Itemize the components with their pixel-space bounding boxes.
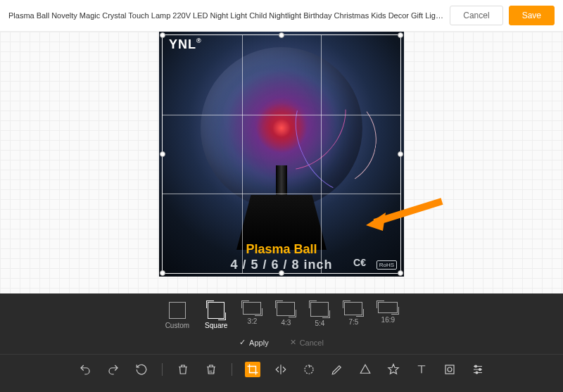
- ratio-3-2[interactable]: 3:2: [243, 302, 261, 329]
- aspect-ratio-row: Custom Square 3:2 4:3 5:4 7:5 16:9: [0, 293, 563, 334]
- product-title: Plasma Ball Novelty Magic Crystal Touch …: [8, 11, 444, 20]
- crop-handle-e[interactable]: [398, 151, 403, 157]
- crop-handle-sw[interactable]: [160, 270, 165, 276]
- crop-handle-s[interactable]: [279, 270, 284, 276]
- svg-point-5: [479, 369, 481, 371]
- crop-handle-n[interactable]: [279, 32, 284, 38]
- reset-button[interactable]: [134, 362, 149, 377]
- redo-button[interactable]: [106, 362, 121, 377]
- crop-handle-se[interactable]: [398, 270, 403, 276]
- divider: [232, 363, 232, 376]
- crop-handle-nw[interactable]: [160, 32, 165, 38]
- svg-point-1: [305, 365, 313, 374]
- svg-rect-2: [445, 365, 454, 374]
- svg-point-6: [476, 372, 478, 374]
- rotate-tool[interactable]: [301, 362, 317, 377]
- filter-tool[interactable]: [470, 362, 486, 377]
- editor-toolbar: Custom Square 3:2 4:3 5:4 7:5 16:9 ✓Appl…: [0, 293, 563, 392]
- ratio-custom[interactable]: Custom: [165, 302, 189, 329]
- ratio-4-3[interactable]: 4:3: [277, 302, 295, 329]
- crop-rectangle[interactable]: [162, 34, 401, 274]
- icon-tool[interactable]: [386, 362, 401, 377]
- check-icon: ✓: [239, 338, 246, 347]
- crop-tool[interactable]: [245, 362, 260, 377]
- ratio-5-4[interactable]: 5:4: [310, 302, 329, 329]
- crop-handle-ne[interactable]: [398, 32, 403, 38]
- svg-point-3: [448, 367, 452, 372]
- x-icon: ✕: [290, 338, 296, 347]
- delete-button[interactable]: [175, 362, 191, 377]
- header: Plasma Ball Novelty Magic Crystal Touch …: [0, 0, 563, 32]
- tool-row: ALL: [0, 354, 563, 384]
- ratio-16-9[interactable]: 16:9: [378, 302, 398, 329]
- divider: [162, 363, 163, 376]
- save-button[interactable]: Save: [509, 6, 555, 25]
- canvas-area[interactable]: YNL® Plasma Ball 4 / 5 / 6 / 8 inch C€ R…: [0, 32, 563, 299]
- svg-point-4: [475, 365, 477, 367]
- mask-tool[interactable]: [442, 362, 457, 377]
- flip-tool[interactable]: [273, 362, 289, 377]
- ratio-7-5[interactable]: 7:5: [344, 302, 362, 329]
- apply-button[interactable]: ✓Apply: [239, 338, 269, 347]
- crop-action-row: ✓Apply ✕Cancel: [0, 334, 563, 354]
- undo-button[interactable]: [77, 362, 93, 377]
- delete-all-button[interactable]: ALL: [203, 362, 219, 377]
- crop-handle-w[interactable]: [160, 151, 165, 157]
- svg-text:ALL: ALL: [209, 370, 215, 374]
- ratio-square[interactable]: Square: [205, 302, 227, 329]
- cancel-crop-button[interactable]: ✕Cancel: [290, 338, 324, 347]
- text-tool[interactable]: [414, 362, 429, 377]
- shape-tool[interactable]: [358, 362, 373, 377]
- draw-tool[interactable]: [329, 362, 345, 377]
- cancel-button[interactable]: Cancel: [450, 6, 502, 25]
- image-wrap[interactable]: YNL® Plasma Ball 4 / 5 / 6 / 8 inch C€ R…: [159, 32, 404, 277]
